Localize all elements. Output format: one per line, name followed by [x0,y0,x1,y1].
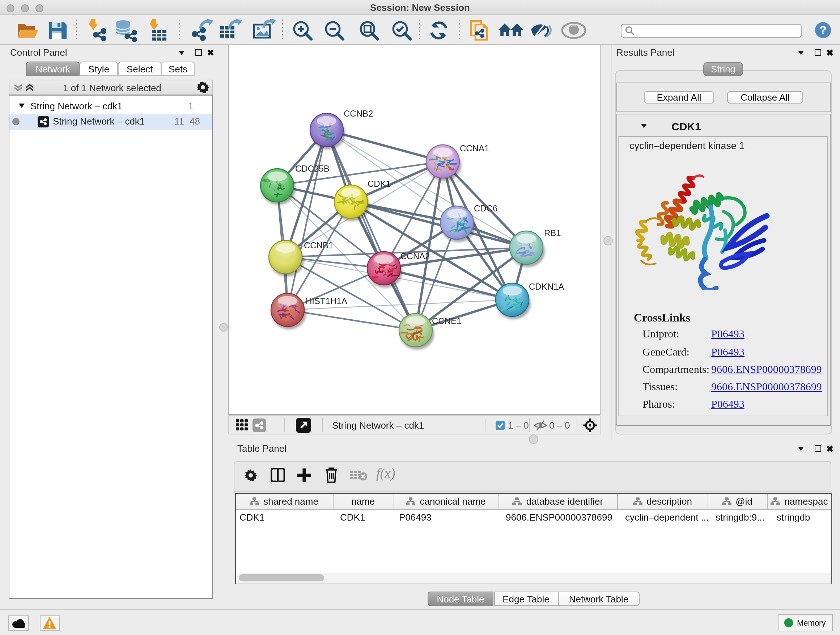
svg-text:?: ? [819,24,827,36]
svg-text:CDC6: CDC6 [474,203,497,213]
svg-text:CDK1: CDK1 [368,179,391,188]
svg-text:CCNE1: CCNE1 [432,316,461,326]
svg-text:CCNA2: CCNA2 [401,251,430,261]
svg-text:CCNB2: CCNB2 [344,109,373,119]
svg-text:CDKN1A: CDKN1A [529,282,564,291]
svg-text:HIST1H1A: HIST1H1A [306,296,347,306]
svg-text:CCNB1: CCNB1 [304,241,333,250]
svg-text:CDC25B: CDC25B [295,164,330,173]
svg-text:RB1: RB1 [544,228,561,238]
svg-text:CCNA1: CCNA1 [460,143,489,153]
